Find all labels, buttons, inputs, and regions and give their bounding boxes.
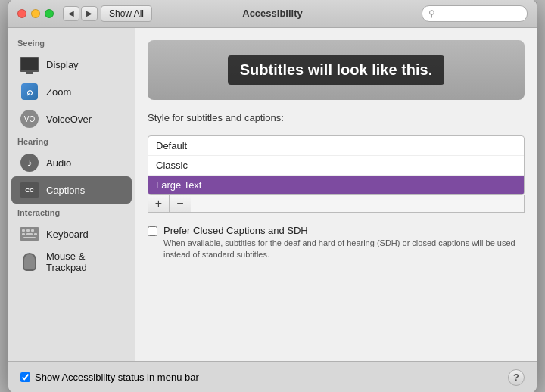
subtitle-preview: Subtitles will look like this. [148,40,525,100]
prefer-closed-captions-sublabel: When available, subtitles for the deaf a… [164,238,525,261]
voiceover-icon: VO [19,108,40,129]
style-item-classic[interactable]: Classic [148,156,524,176]
search-icon: ⚲ [428,8,435,19]
help-button[interactable]: ? [508,369,525,386]
svg-rect-2 [26,229,30,232]
captions-icon: CC [19,179,40,201]
close-button[interactable] [17,9,26,18]
style-label: Style for subtitles and captions: [148,112,525,123]
sidebar-item-zoom[interactable]: ⌕ Zoom [11,78,132,105]
search-box[interactable]: ⚲ [422,5,528,22]
sidebar-item-audio[interactable]: ♪ Audio [11,149,132,176]
sidebar-item-voiceover[interactable]: VO VoiceOver [11,105,132,132]
prefer-closed-captions-row: Prefer Closed Captions and SDH When avai… [148,225,525,261]
search-input[interactable] [438,8,521,19]
traffic-lights [17,9,54,18]
sidebar-audio-label: Audio [46,157,71,169]
sidebar-item-captions[interactable]: CC Captions [11,176,132,204]
prefer-closed-captions-main-label: Prefer Closed Captions and SDH [164,225,525,236]
svg-rect-7 [23,237,36,238]
nav-buttons: ◀ ▶ [63,6,98,21]
sidebar-item-keyboard[interactable]: Keyboard [11,220,132,247]
monitor-icon [19,54,40,75]
sidebar-keyboard-label: Keyboard [46,229,89,240]
titlebar: ◀ ▶ Show All Accessibility ⚲ [8,0,537,28]
prefer-closed-captions-checkbox[interactable] [148,226,157,236]
minimize-button[interactable] [31,9,40,18]
show-accessibility-row: Show Accessibility status in menu bar [20,372,199,383]
interacting-section-label: Interacting [8,204,135,220]
audio-icon: ♪ [19,152,40,173]
svg-rect-5 [26,233,33,235]
content-area: Seeing Display ⌕ Zoom VO VoiceOver Hear [8,28,537,361]
svg-rect-3 [31,229,34,232]
window-title: Accessibility [242,8,303,19]
style-item-large-text[interactable]: Large Text [148,176,524,194]
sidebar-voiceover-label: VoiceOver [46,114,92,125]
show-all-button[interactable]: Show All [101,5,152,22]
forward-button[interactable]: ▶ [81,6,98,21]
sidebar-zoom-label: Zoom [46,86,71,98]
subtitle-preview-text: Subtitles will look like this. [228,55,445,85]
svg-rect-4 [22,233,25,235]
prefer-closed-captions-label-group: Prefer Closed Captions and SDH When avai… [164,225,525,261]
keyboard-icon [19,223,40,244]
sidebar-item-mouse[interactable]: Mouse & Trackpad [11,247,132,276]
style-list: Default Classic Large Text [148,135,525,195]
zoom-icon: ⌕ [19,81,40,102]
sidebar-captions-label: Captions [46,185,85,196]
hearing-section-label: Hearing [8,132,135,149]
list-controls: + − [148,195,525,213]
maximize-button[interactable] [45,9,54,18]
bottom-bar: Show Accessibility status in menu bar ? [8,361,537,392]
sidebar-display-label: Display [46,59,79,70]
svg-rect-6 [34,233,37,235]
main-window: ◀ ▶ Show All Accessibility ⚲ Seeing Disp… [8,0,537,392]
seeing-section-label: Seeing [8,34,135,51]
style-item-default[interactable]: Default [148,136,524,156]
show-accessibility-checkbox[interactable] [20,372,30,382]
back-button[interactable]: ◀ [63,6,79,21]
style-list-container: Default Classic Large Text + − [148,135,525,213]
sidebar-mouse-label: Mouse & Trackpad [46,250,124,273]
main-content-panel: Subtitles will look like this. Style for… [135,28,537,361]
mouse-icon [19,251,40,272]
show-accessibility-label: Show Accessibility status in menu bar [35,372,199,383]
remove-style-button[interactable]: − [170,195,191,212]
sidebar: Seeing Display ⌕ Zoom VO VoiceOver Hear [8,28,135,361]
sidebar-item-display[interactable]: Display [11,51,132,78]
svg-rect-1 [22,229,25,232]
add-style-button[interactable]: + [148,195,170,212]
